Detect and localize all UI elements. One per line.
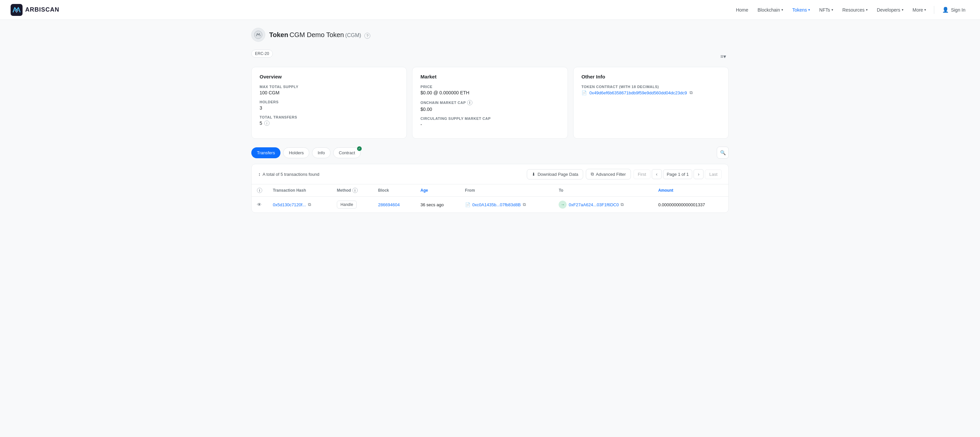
overview-card-title: Overview [259,74,398,79]
nav-developers[interactable]: Developers ▾ [873,5,907,15]
price-label: PRICE [420,85,559,89]
col-info-icon[interactable]: i [257,188,262,193]
nav-blockchain[interactable]: Blockchain ▾ [754,5,787,15]
other-info-card: Other Info TOKEN CONTRACT (WITH 18 DECIM… [573,67,729,139]
contract-verified-badge: ✓ [357,146,362,151]
circulating-cap-field: CIRCULATING SUPPLY MARKET CAP - [420,117,559,127]
contract-address-link[interactable]: 0x49d6ef6b6358671bdb9f59e9dd560dd04dc23d… [589,90,687,95]
prev-page-button[interactable]: ‹ [652,169,662,179]
token-help-icon[interactable]: ? [364,33,370,39]
tab-transfers[interactable]: Transfers [251,147,280,158]
table-search-button[interactable]: 🔍 [717,147,729,158]
table-header: i Transaction Hash Method i Block Age Fr… [251,184,729,197]
transfers-label: TOTAL TRANSFERS [259,115,398,119]
max-supply-field: MAX TOTAL SUPPLY 100 CGM [259,85,398,95]
pagination-controls: First ‹ Page 1 of 1 › Last [633,169,722,179]
signin-button[interactable]: 👤 Sign In [938,4,969,16]
nav-tokens[interactable]: Tokens ▾ [788,5,814,15]
contract-label: TOKEN CONTRACT (WITH 18 DECIMALS) [582,85,721,89]
th-from: From [460,184,554,197]
row-age-cell: 36 secs ago [415,197,460,213]
erc20-badge: ERC-20 [251,50,273,58]
filter-lines-icon: ≡▾ [721,54,726,59]
amount-value: 0.000000000000001337 [658,202,705,207]
main-content: Token CGM Demo Token (CGM) ? ERC-20 ≡▾ O… [238,20,742,221]
holders-value: 3 [259,105,398,111]
onchain-cap-field: ONCHAIN MARKET CAP i $0.00 [420,100,559,112]
download-page-data-button[interactable]: ⬇ Download Page Data [527,169,583,179]
onchain-cap-value: $0.00 [420,107,559,112]
resources-chevron-icon: ▾ [866,8,868,11]
tabs-row: Transfers Holders Info Contract ✓ 🔍 [251,147,729,158]
tx-hash-copy-icon[interactable]: ⧉ [308,202,311,207]
to-copy-icon[interactable]: ⧉ [620,202,624,207]
nav-nfts[interactable]: NFTs ▾ [815,5,837,15]
to-arrow-icon: → [558,201,566,209]
market-card-title: Market [420,74,559,79]
contract-file-icon: 📄 [582,90,587,95]
nav-more[interactable]: More ▾ [909,5,930,15]
market-card: Market PRICE $0.00 @ 0.000000 ETH ONCHAI… [412,67,568,139]
method-info-icon[interactable]: i [352,188,358,193]
table-row: 👁 0x5d130c7120f... ⧉ Handle 286694604 [251,197,729,213]
developers-chevron-icon: ▾ [902,8,904,11]
block-link[interactable]: 286694604 [378,202,400,207]
circulating-cap-label: CIRCULATING SUPPLY MARKET CAP [420,117,559,120]
search-icon: 🔍 [720,150,726,155]
row-method-cell: Handle [331,197,373,213]
page-title-group: Token CGM Demo Token (CGM) ? [269,31,370,39]
tokens-chevron-icon: ▾ [808,8,810,11]
from-file-icon: 📄 [465,202,471,207]
method-badge: Handle [337,201,357,209]
holders-field: HOLDERS 3 [259,100,398,111]
th-tx-hash: Transaction Hash [267,184,331,197]
filter-icon: ⧉ [591,171,594,177]
nav-menu: Home Blockchain ▾ Tokens ▾ NFTs ▾ Resour… [732,4,969,16]
from-address-link[interactable]: 0xc0A1435b...07fb83d8B [473,202,521,207]
column-filter-button[interactable]: ≡▾ [718,52,729,61]
brand-logo-link[interactable]: ARBISCAN [11,4,59,16]
nav-divider [934,6,934,14]
row-tx-hash-cell: 0x5d130c7120f... ⧉ [267,197,331,213]
page-header: Token CGM Demo Token (CGM) ? [251,28,729,42]
to-address-link[interactable]: 0xF27aA624...03F1f6DC0 [569,202,619,207]
transfers-info-icon[interactable]: i [264,120,269,126]
holders-label: HOLDERS [259,100,398,104]
contract-field: TOKEN CONTRACT (WITH 18 DECIMALS) 📄 0x49… [582,85,721,95]
transfers-table-section: ↕ A total of 5 transactions found ⬇ Down… [251,164,729,213]
tab-contract[interactable]: Contract ✓ [333,147,361,158]
next-page-button[interactable]: › [694,169,703,179]
first-page-button[interactable]: First [633,169,651,179]
arbiscan-logo [11,4,22,16]
max-supply-value: 100 CGM [259,90,398,95]
transfers-table: i Transaction Hash Method i Block Age Fr… [251,184,729,212]
other-info-card-title: Other Info [582,74,721,79]
th-block: Block [373,184,415,197]
price-field: PRICE $0.00 @ 0.000000 ETH [420,85,559,95]
page-info-display: Page 1 of 1 [663,169,692,179]
table-body: 👁 0x5d130c7120f... ⧉ Handle 286694604 [251,197,729,213]
onchain-cap-info-icon[interactable]: i [467,100,473,105]
table-toolbar: ↕ A total of 5 transactions found ⬇ Down… [251,164,729,184]
row-amount-cell: 0.000000000000001337 [653,197,729,213]
th-amount: Amount [653,184,729,197]
tab-holders[interactable]: Holders [283,147,309,158]
row-block-cell: 286694604 [373,197,415,213]
row-to-cell: → 0xF27aA624...03F1f6DC0 ⧉ [553,197,653,213]
nfts-chevron-icon: ▾ [832,8,833,11]
from-copy-icon[interactable]: ⧉ [523,202,526,207]
last-page-button[interactable]: Last [705,169,722,179]
nav-home[interactable]: Home [732,5,752,15]
price-value: $0.00 @ 0.000000 ETH [420,90,559,95]
blockchain-chevron-icon: ▾ [781,8,783,11]
contract-copy-icon[interactable]: ⧉ [690,90,692,95]
tx-hash-link[interactable]: 0x5d130c7120f... [273,202,306,207]
info-cards: Overview MAX TOTAL SUPPLY 100 CGM HOLDER… [251,67,729,139]
row-eye-icon[interactable]: 👁 [257,202,262,207]
advanced-filter-button[interactable]: ⧉ Advanced Filter [586,169,630,179]
sort-icon: ↕ [258,171,261,177]
row-eye-icon-cell: 👁 [251,197,267,213]
transfers-value: 5 [259,120,262,126]
nav-resources[interactable]: Resources ▾ [838,5,872,15]
tab-info[interactable]: Info [312,147,331,158]
